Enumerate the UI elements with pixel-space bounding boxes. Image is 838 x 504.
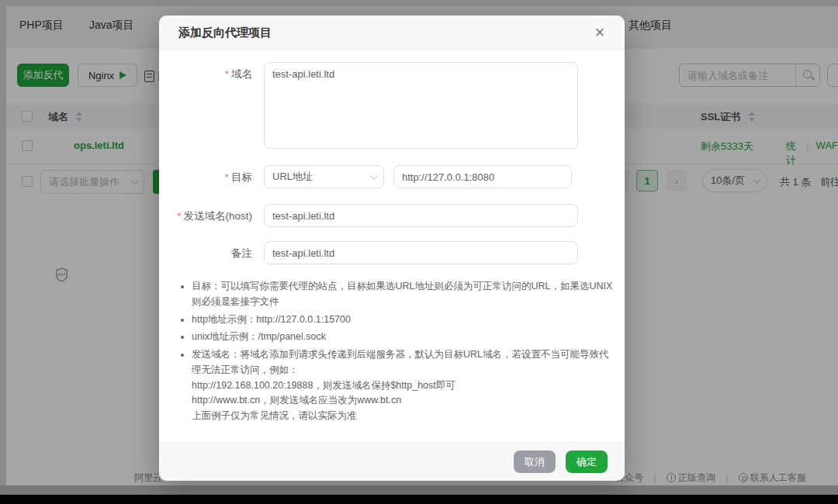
target-label-text: 目标 xyxy=(231,171,252,183)
tip-unix-example: unix地址示例：/tmp/panel.sock xyxy=(192,330,617,345)
dialog-footer: 取消 确定 xyxy=(159,442,625,481)
cancel-button[interactable]: 取消 xyxy=(514,450,556,473)
tip-target: 目标：可以填写你需要代理的站点，目标如果选URL地址则必须为可正常访问的URL，… xyxy=(192,279,617,310)
remark-input[interactable] xyxy=(264,241,578,264)
help-tips-list: 目标：可以填写你需要代理的站点，目标如果选URL地址则必须为可正常访问的URL，… xyxy=(192,279,617,426)
close-icon[interactable]: × xyxy=(589,22,611,43)
dialog-header: 添加反向代理项目 × xyxy=(159,16,625,50)
required-mark: * xyxy=(225,171,229,183)
required-mark: * xyxy=(177,210,181,222)
remark-field-label: 备注 xyxy=(161,247,252,261)
host-input[interactable] xyxy=(264,204,578,227)
host-field-label: *发送域名(host) xyxy=(161,209,252,223)
remark-label-text: 备注 xyxy=(231,247,252,259)
domain-label-text: 域名 xyxy=(231,68,252,80)
domain-textarea[interactable]: test-api.leti.ltd xyxy=(264,62,578,149)
target-type-value: URL地址 xyxy=(272,170,313,184)
required-mark: * xyxy=(225,68,229,80)
confirm-button[interactable]: 确定 xyxy=(566,450,608,473)
dialog-title: 添加反向代理项目 xyxy=(178,26,272,40)
tip-send-host: 发送域名：将域名添加到请求头传递到后端服务器，默认为目标URL域名，若设置不当可… xyxy=(192,347,617,424)
add-reverse-proxy-dialog: 添加反向代理项目 × *域名 test-api.leti.ltd *目标 URL… xyxy=(159,16,625,481)
target-field-label: *目标 xyxy=(161,171,252,185)
target-type-select[interactable]: URL地址 xyxy=(264,165,384,188)
host-label-text: 发送域名(host) xyxy=(183,210,252,222)
chevron-down-icon xyxy=(370,172,378,180)
target-url-input[interactable] xyxy=(393,165,572,188)
domain-field-label: *域名 xyxy=(161,67,252,81)
tip-http-example: http地址示例：http://127.0.0.1:15700 xyxy=(192,312,617,328)
